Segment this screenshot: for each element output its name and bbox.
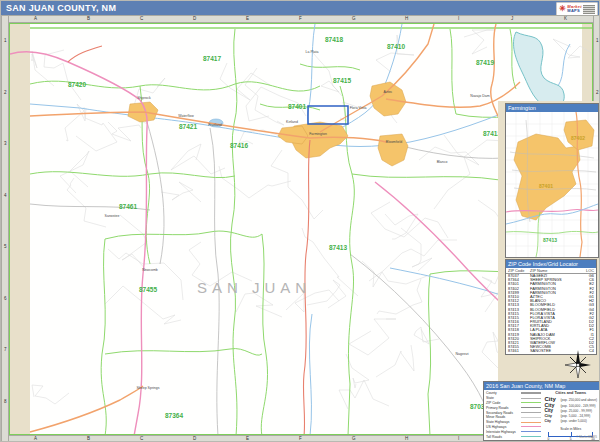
county-name-label: SAN JUAN [197,279,311,296]
logo-burst-icon: ✳ [559,5,566,13]
grid-ruler-label: A [34,16,37,22]
city-label: Shiprock [137,96,151,100]
legend-panel: 2016 San Juan County, NM Map CountyState… [483,381,600,441]
grid-ruler-label: D [193,16,196,22]
grid-ruler-label: A [34,436,37,442]
grid-ruler-label: H [405,16,408,22]
legend-road-item: Toll Roads [486,434,541,439]
grid-ruler-label: 8 [4,399,7,405]
inset-title: Farmington [506,104,598,112]
zip-index-panel: ZIP Code Index/Grid Locator ZIP Code ZIP… [505,259,597,355]
page-title: SAN JUAN COUNTY, NM [6,3,116,13]
zip-code-label: 87420 [68,81,86,88]
zip-code-label: 87415 [333,77,351,84]
zip-code-label: 87410 [387,43,405,50]
grid-ruler-label: H [405,436,408,442]
legend-line-sample [521,436,541,437]
grid-ruler-label: G [352,16,356,22]
grid-ruler-label: 5 [4,244,7,250]
zip-code-label: 87421 [179,123,197,130]
zip-code-label: 87417 [203,55,221,62]
grid-ruler-left: 12345678 [1,15,9,442]
grid-ruler-top: ABCDEFGHIJK [1,15,600,23]
city-label: Waterflow [178,114,193,118]
legend-line-sample [521,431,541,432]
zipcode-wall-map: SAN JUAN COUNTY, NM ✳ Market MAPS ABCDEF… [0,0,600,442]
zip-index-rows: 87037NAGEEZIG687364SHEEP SPRINGSC687401F… [506,274,596,354]
city-label: Newcomb [142,268,158,272]
city-label: La Plata [306,50,319,54]
grid-ruler-label: 2 [596,90,599,96]
grid-ruler-label: I [458,16,459,22]
legend-line-sample [521,412,541,413]
city-label: Aztec [384,90,393,94]
grid-ruler-label: E [246,16,249,22]
grid-ruler-label: F [299,436,302,442]
city-label: Flora Vista [350,106,367,110]
zip-index-title: ZIP Code Index/Grid Locator [506,260,596,268]
grid-ruler-label: 1 [596,38,599,44]
title-bar: SAN JUAN COUNTY, NM ✳ Market MAPS [1,1,600,15]
inset-zip-label: 87402 [571,135,585,141]
grid-ruler-label: B [87,16,90,22]
logo-maps-text: MAPS [567,9,582,13]
zip-code-label: 87413 [329,244,347,251]
city-label: Navajo Dam [470,94,489,98]
grid-ruler-label: I [458,436,459,442]
grid-ruler-label: 7 [4,347,7,353]
legend-road-symbols: CountyStateZIP CodePrimary RoadsSecondar… [486,391,541,441]
zip-code-label: 87418 [325,36,343,43]
logo-address-block [583,5,595,14]
legend-line-sample [521,402,541,403]
city-label: Fruitland [208,123,222,127]
zip-code-label: 87401 [288,103,306,110]
city-label: Sheep Springs [137,386,160,390]
grid-ruler-label: 6 [4,296,7,302]
grid-ruler-label: 2 [4,90,7,96]
legend-line-sample [521,426,541,427]
inset-zip-label: 87413 [543,237,557,243]
inset-zip-label: 87401 [539,183,553,189]
grid-ruler-label: 4 [4,193,7,199]
scale-tick-label: 0 [548,437,550,441]
grid-ruler-label: E [246,436,249,442]
grid-ruler-label: K [564,16,567,22]
grid-ruler-label: 1 [4,38,7,44]
legend-line-sample [521,407,541,408]
grid-ruler-label: G [352,436,356,442]
city-label: Blanco [437,160,448,164]
city-label: Bloomfield [386,140,402,144]
copyright-text: © MarketMAPS [576,435,597,439]
grid-ruler-label: C [140,436,143,442]
marketmaps-logo: ✳ Market MAPS [556,2,598,16]
city-label: Nageezi [456,352,469,356]
outside-county-east [582,24,593,108]
grid-ruler-label: C [140,16,143,22]
zip-code-label: 87455 [139,286,157,293]
grid-ruler-label: J [511,16,513,22]
city-label: Sanostee [105,214,120,218]
zip-code-label: 87416 [230,142,248,149]
zip-code-label: 87419 [476,59,494,66]
legend-city-rows: City(pop. 250,000 and above)City(pop. 10… [544,396,597,425]
outside-county-west [10,24,30,435]
city-label: Kirtland [286,120,298,124]
inset-map-panel: Farmington 874028740187413 [505,103,599,258]
grid-ruler-label: 3 [4,141,7,147]
legend-line-sample [521,417,541,418]
scale-tick-label: 5 [570,437,572,441]
grid-ruler-label: D [193,436,196,442]
zip-code-label: 87461 [119,203,137,210]
compass-rose-icon [562,346,594,382]
legend-line-sample [521,422,541,423]
legend-title: 2016 San Juan County, NM Map [484,382,599,390]
legend-line-sample [521,392,541,394]
legend-city-item: City(pop. under 5,000) [544,419,597,425]
zip-code-label: 87364 [165,412,183,419]
city-label: Farmington [309,132,327,136]
grid-ruler-label: F [299,16,302,22]
legend-line-sample [521,398,541,399]
grid-ruler-label: B [87,436,90,442]
